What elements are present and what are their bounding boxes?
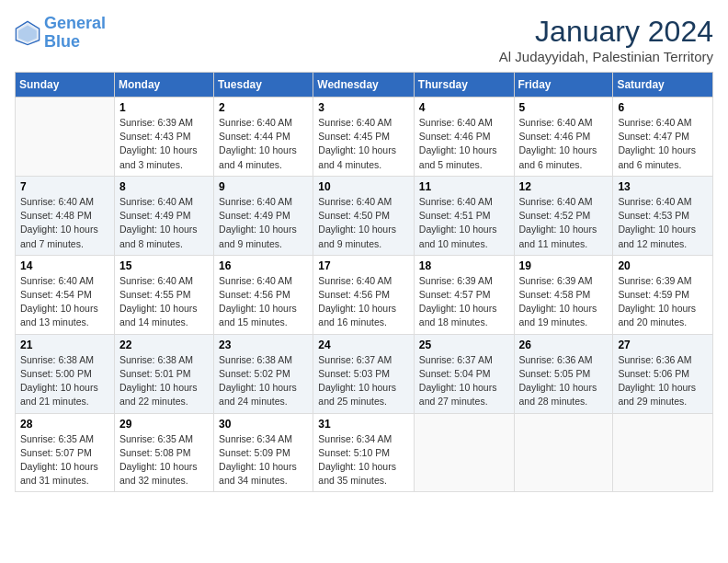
day-info: Sunrise: 6:38 AMSunset: 5:00 PMDaylight:…: [20, 353, 109, 409]
day-info: Sunrise: 6:38 AMSunset: 5:01 PMDaylight:…: [119, 353, 209, 409]
day-number: 17: [318, 259, 409, 272]
calendar-cell: 5 Sunrise: 6:40 AMSunset: 4:46 PMDayligh…: [514, 98, 613, 177]
day-info: Sunrise: 6:40 AMSunset: 4:56 PMDaylight:…: [219, 274, 308, 330]
day-info: Sunrise: 6:40 AMSunset: 4:46 PMDaylight:…: [419, 116, 509, 172]
day-info: Sunrise: 6:40 AMSunset: 4:49 PMDaylight:…: [219, 195, 308, 251]
week-row-4: 21 Sunrise: 6:38 AMSunset: 5:00 PMDaylig…: [16, 334, 713, 413]
calendar-cell: 14 Sunrise: 6:40 AMSunset: 4:54 PMDaylig…: [16, 255, 115, 334]
day-number: 29: [119, 418, 209, 431]
calendar-cell: 21 Sunrise: 6:38 AMSunset: 5:00 PMDaylig…: [16, 334, 115, 413]
day-info: Sunrise: 6:34 AMSunset: 5:09 PMDaylight:…: [219, 432, 308, 488]
day-info: Sunrise: 6:34 AMSunset: 5:10 PMDaylight:…: [318, 432, 409, 488]
day-info: Sunrise: 6:36 AMSunset: 5:06 PMDaylight:…: [618, 353, 708, 409]
calendar-table: SundayMondayTuesdayWednesdayThursdayFrid…: [15, 72, 713, 492]
calendar-cell: 2 Sunrise: 6:40 AMSunset: 4:44 PMDayligh…: [214, 98, 313, 177]
day-number: 31: [318, 418, 409, 431]
calendar-cell: 23 Sunrise: 6:38 AMSunset: 5:02 PMDaylig…: [214, 334, 313, 413]
calendar-cell: 19 Sunrise: 6:39 AMSunset: 4:58 PMDaylig…: [514, 255, 613, 334]
calendar-cell: 30 Sunrise: 6:34 AMSunset: 5:09 PMDaylig…: [214, 413, 313, 492]
calendar-cell: 6 Sunrise: 6:40 AMSunset: 4:47 PMDayligh…: [613, 98, 713, 177]
day-number: 20: [618, 259, 708, 272]
day-number: 9: [219, 180, 308, 193]
day-info: Sunrise: 6:40 AMSunset: 4:50 PMDaylight:…: [318, 195, 409, 251]
calendar-cell: 24 Sunrise: 6:37 AMSunset: 5:03 PMDaylig…: [313, 334, 415, 413]
day-number: 2: [219, 101, 308, 114]
calendar-cell: [514, 413, 613, 492]
day-number: 7: [20, 180, 109, 193]
calendar-cell: 13 Sunrise: 6:40 AMSunset: 4:53 PMDaylig…: [613, 176, 713, 255]
day-info: Sunrise: 6:39 AMSunset: 4:43 PMDaylight:…: [119, 116, 209, 172]
calendar-cell: 1 Sunrise: 6:39 AMSunset: 4:43 PMDayligh…: [114, 98, 213, 177]
calendar-cell: 16 Sunrise: 6:40 AMSunset: 4:56 PMDaylig…: [214, 255, 313, 334]
day-number: 15: [119, 259, 209, 272]
day-number: 4: [419, 101, 509, 114]
day-info: Sunrise: 6:39 AMSunset: 4:57 PMDaylight:…: [419, 274, 509, 330]
calendar-cell: 8 Sunrise: 6:40 AMSunset: 4:49 PMDayligh…: [114, 176, 213, 255]
day-info: Sunrise: 6:36 AMSunset: 5:05 PMDaylight:…: [519, 353, 609, 409]
day-number: 25: [419, 339, 509, 351]
header-wednesday: Wednesday: [313, 73, 415, 98]
day-number: 26: [519, 339, 609, 351]
day-info: Sunrise: 6:39 AMSunset: 4:58 PMDaylight:…: [519, 274, 609, 330]
calendar-cell: [414, 413, 514, 492]
calendar-cell: 20 Sunrise: 6:39 AMSunset: 4:59 PMDaylig…: [613, 255, 713, 334]
day-number: 27: [618, 339, 708, 351]
week-row-1: 1 Sunrise: 6:39 AMSunset: 4:43 PMDayligh…: [16, 98, 713, 177]
logo-icon: [15, 20, 40, 46]
calendar-cell: 26 Sunrise: 6:36 AMSunset: 5:05 PMDaylig…: [514, 334, 613, 413]
calendar-cell: 15 Sunrise: 6:40 AMSunset: 4:55 PMDaylig…: [114, 255, 213, 334]
day-info: Sunrise: 6:40 AMSunset: 4:46 PMDaylight:…: [519, 116, 609, 172]
title-block: January 2024 Al Judayyidah, Palestinian …: [499, 15, 713, 64]
calendar-cell: 12 Sunrise: 6:40 AMSunset: 4:52 PMDaylig…: [514, 176, 613, 255]
calendar-cell: 4 Sunrise: 6:40 AMSunset: 4:46 PMDayligh…: [414, 98, 514, 177]
header-sunday: Sunday: [16, 73, 115, 98]
day-number: 10: [318, 180, 409, 193]
day-number: 16: [219, 259, 308, 272]
day-info: Sunrise: 6:40 AMSunset: 4:44 PMDaylight:…: [219, 116, 308, 172]
day-number: 6: [618, 101, 708, 114]
day-info: Sunrise: 6:40 AMSunset: 4:53 PMDaylight:…: [618, 195, 708, 251]
page-header: General Blue January 2024 Al Judayyidah,…: [15, 15, 713, 64]
day-number: 3: [318, 101, 409, 114]
day-info: Sunrise: 6:35 AMSunset: 5:07 PMDaylight:…: [20, 432, 109, 488]
day-info: Sunrise: 6:40 AMSunset: 4:49 PMDaylight:…: [119, 195, 209, 251]
week-row-5: 28 Sunrise: 6:35 AMSunset: 5:07 PMDaylig…: [16, 413, 713, 492]
header-saturday: Saturday: [613, 73, 713, 98]
header-friday: Friday: [514, 73, 613, 98]
day-number: 5: [519, 101, 609, 114]
day-info: Sunrise: 6:40 AMSunset: 4:52 PMDaylight:…: [519, 195, 609, 251]
day-number: 1: [119, 101, 209, 114]
day-number: 23: [219, 339, 308, 351]
day-info: Sunrise: 6:37 AMSunset: 5:04 PMDaylight:…: [419, 353, 509, 409]
header-tuesday: Tuesday: [214, 73, 313, 98]
calendar-cell: 18 Sunrise: 6:39 AMSunset: 4:57 PMDaylig…: [414, 255, 514, 334]
day-info: Sunrise: 6:35 AMSunset: 5:08 PMDaylight:…: [119, 432, 209, 488]
calendar-cell: 22 Sunrise: 6:38 AMSunset: 5:01 PMDaylig…: [114, 334, 213, 413]
day-number: 12: [519, 180, 609, 193]
day-info: Sunrise: 6:38 AMSunset: 5:02 PMDaylight:…: [219, 353, 308, 409]
header-thursday: Thursday: [414, 73, 514, 98]
logo-text: General Blue: [44, 15, 106, 52]
logo: General Blue: [15, 15, 106, 52]
calendar-cell: 3 Sunrise: 6:40 AMSunset: 4:45 PMDayligh…: [313, 98, 415, 177]
day-info: Sunrise: 6:40 AMSunset: 4:56 PMDaylight:…: [318, 274, 409, 330]
header-row: SundayMondayTuesdayWednesdayThursdayFrid…: [16, 73, 713, 98]
week-row-3: 14 Sunrise: 6:40 AMSunset: 4:54 PMDaylig…: [16, 255, 713, 334]
calendar-cell: 29 Sunrise: 6:35 AMSunset: 5:08 PMDaylig…: [114, 413, 213, 492]
calendar-cell: 27 Sunrise: 6:36 AMSunset: 5:06 PMDaylig…: [613, 334, 713, 413]
calendar-cell: 28 Sunrise: 6:35 AMSunset: 5:07 PMDaylig…: [16, 413, 115, 492]
day-info: Sunrise: 6:39 AMSunset: 4:59 PMDaylight:…: [618, 274, 708, 330]
day-number: 14: [20, 259, 109, 272]
day-info: Sunrise: 6:40 AMSunset: 4:47 PMDaylight:…: [618, 116, 708, 172]
calendar-cell: 7 Sunrise: 6:40 AMSunset: 4:48 PMDayligh…: [16, 176, 115, 255]
month-title: January 2024: [499, 15, 713, 49]
day-number: 18: [419, 259, 509, 272]
day-number: 11: [419, 180, 509, 193]
day-number: 28: [20, 418, 109, 431]
week-row-2: 7 Sunrise: 6:40 AMSunset: 4:48 PMDayligh…: [16, 176, 713, 255]
header-monday: Monday: [114, 73, 213, 98]
day-info: Sunrise: 6:40 AMSunset: 4:51 PMDaylight:…: [419, 195, 509, 251]
calendar-cell: 31 Sunrise: 6:34 AMSunset: 5:10 PMDaylig…: [313, 413, 415, 492]
day-number: 30: [219, 418, 308, 431]
day-number: 19: [519, 259, 609, 272]
